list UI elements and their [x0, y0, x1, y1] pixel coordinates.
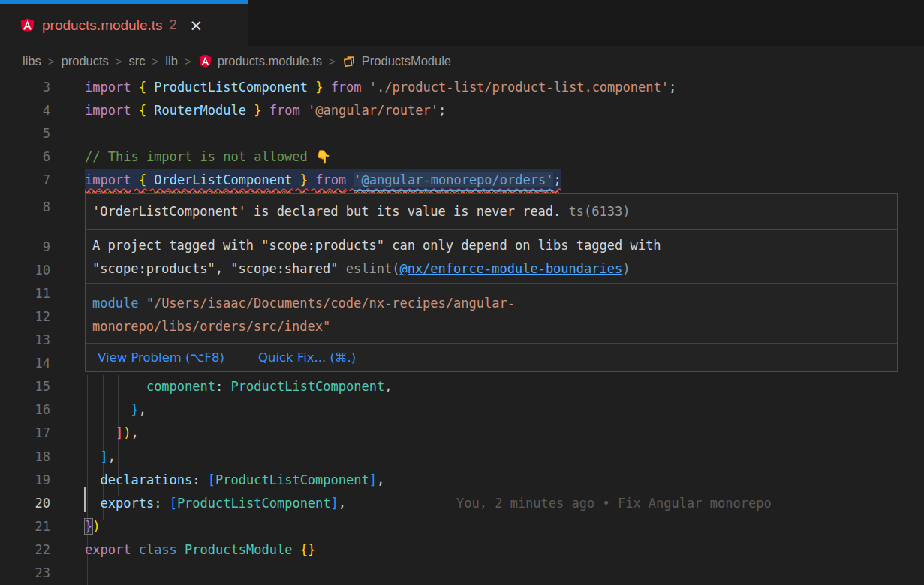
code-line-17[interactable]: ]),: [85, 422, 139, 445]
breadcrumb: libs>products>src>lib>products.module.ts…: [0, 46, 924, 75]
code-token: exports:: [100, 496, 161, 511]
code-line-4[interactable]: import { RouterModule } from '@angular/r…: [85, 99, 446, 122]
code-token: ]: [369, 472, 377, 488]
line-number: 14: [0, 352, 50, 375]
code-token: [223, 379, 230, 394]
close-icon[interactable]: ×: [190, 16, 203, 34]
breadcrumb-item-productsmodule[interactable]: ProductsModule: [342, 54, 451, 68]
module-keyword: module: [92, 296, 138, 310]
code-editor[interactable]: You, 2 minutes ago • Fix Angular monorep…: [0, 75, 924, 585]
code-token: [177, 542, 185, 557]
code-token: '@angular/router': [308, 103, 438, 118]
code-token: [362, 80, 369, 94]
error-squiggle-line: import { OrderListComponent } from '@ang…: [85, 170, 561, 190]
code-token: ]: [116, 425, 123, 440]
code-token: OrderListComponent: [154, 172, 292, 188]
line-number: 23: [0, 562, 50, 585]
code-token: class: [139, 542, 177, 557]
module-path-line1: "/Users/isaac/Documents/code/nx-recipes/…: [138, 296, 515, 310]
symbol-class-icon: [342, 54, 357, 68]
code-token: [292, 542, 299, 557]
line-number: 12: [0, 305, 50, 328]
code-token: [: [208, 472, 215, 488]
line-number: 13: [0, 328, 50, 352]
code-token: ;: [438, 103, 446, 118]
line-number: 20: [0, 492, 50, 515]
code-token: [131, 103, 138, 118]
tab-products-module[interactable]: products.module.ts 2 ×: [0, 0, 248, 46]
breadcrumb-label: products: [62, 54, 109, 68]
code-token: ,: [384, 379, 392, 394]
code-token: [85, 472, 100, 488]
hover-eslint-error: A project tagged with "scope:products" c…: [86, 230, 897, 284]
angular-file-icon: [20, 17, 35, 33]
code-token: ProductsModule: [185, 542, 292, 557]
line-number: 19: [0, 469, 50, 492]
code-token: [200, 472, 208, 488]
code-token: {: [139, 103, 146, 118]
code-token: [131, 542, 138, 557]
git-blame-annotation: You, 2 minutes ago • Fix Angular monorep…: [456, 492, 772, 515]
quick-fix-button[interactable]: Quick Fix... (⌘.): [258, 350, 356, 364]
ts-error-message: 'OrderListComponent' is declared but its…: [92, 204, 561, 219]
breadcrumb-label: ProductsModule: [362, 54, 451, 68]
line-number: 11: [0, 282, 50, 305]
code-line-21[interactable]: }): [85, 515, 101, 538]
hover-popup: 'OrderListComponent' is declared but its…: [85, 194, 898, 372]
code-token: :: [215, 379, 223, 394]
code-line-7[interactable]: import { OrderListComponent } from '@ang…: [85, 169, 561, 192]
code-line-15[interactable]: component: ProductListComponent,: [85, 375, 392, 398]
code-line-16[interactable]: },: [85, 398, 146, 422]
tab-problem-count: 2: [170, 17, 177, 33]
code-token: [85, 402, 131, 417]
eslint-rule-link[interactable]: @nx/enforce-module-boundaries: [399, 261, 622, 276]
view-problem-button[interactable]: View Problem (⌥F8): [98, 350, 224, 364]
code-token: ,: [108, 449, 116, 464]
code-token: }: [254, 103, 261, 118]
code-token: import: [85, 80, 131, 94]
line-number: 3: [0, 76, 50, 99]
code-token: component: [146, 379, 215, 394]
code-token: ,: [131, 425, 138, 440]
code-token: [300, 103, 308, 118]
warning-squiggle-line: import { OrderListComponent } from '@ang…: [85, 172, 561, 188]
line-number: 8: [0, 196, 50, 219]
line-number: 10: [0, 259, 50, 282]
code-token: ,: [139, 402, 146, 417]
import-path-link[interactable]: '@angular-monorepo/orders': [354, 172, 553, 188]
line-number: 7: [0, 169, 50, 192]
code-token: [308, 80, 315, 94]
chevron-right-icon: >: [116, 55, 122, 68]
hover-action-bar: View Problem (⌥F8) Quick Fix... (⌘.): [86, 344, 897, 371]
tab-title: products.module.ts: [42, 17, 163, 34]
code-line-22[interactable]: export class ProductsModule {}: [85, 538, 315, 562]
code-token: {: [139, 172, 146, 188]
module-path-line2: monorepo/libs/orders/src/index": [92, 319, 330, 334]
chevron-right-icon: >: [185, 55, 191, 68]
eslint-source-open: eslint(: [346, 261, 400, 276]
code-line-18[interactable]: ],: [85, 446, 116, 469]
code-token: 👇: [315, 149, 331, 164]
tab-bar: products.module.ts 2 ×: [0, 0, 924, 46]
code-token: ,: [339, 496, 346, 511]
code-token: ProductListComponent: [177, 496, 331, 511]
code-line-19[interactable]: declarations: [ProductListComponent],: [85, 469, 384, 492]
code-token: [292, 172, 299, 188]
code-line-20[interactable]: exports: [ProductListComponent],: [85, 492, 346, 515]
breadcrumb-label: libs: [23, 54, 41, 68]
code-token: ]: [331, 496, 339, 511]
code-token: [146, 172, 154, 188]
code-line-6[interactable]: // This import is not allowed 👇: [85, 146, 331, 169]
line-number: 17: [0, 422, 50, 445]
code-token: {}: [300, 542, 315, 557]
code-token: [131, 172, 138, 188]
breadcrumb-item-src[interactable]: src: [129, 54, 146, 68]
breadcrumb-item-products[interactable]: products: [62, 54, 109, 68]
code-line-3[interactable]: import { ProductListComponent } from './…: [85, 76, 676, 99]
breadcrumb-item-lib[interactable]: lib: [165, 54, 178, 68]
breadcrumb-item-products-module-ts[interactable]: products.module.ts: [198, 54, 322, 68]
line-number: 22: [0, 538, 50, 562]
code-token: [346, 172, 354, 188]
breadcrumb-item-libs[interactable]: libs: [23, 54, 41, 68]
chevron-right-icon: >: [152, 55, 159, 68]
